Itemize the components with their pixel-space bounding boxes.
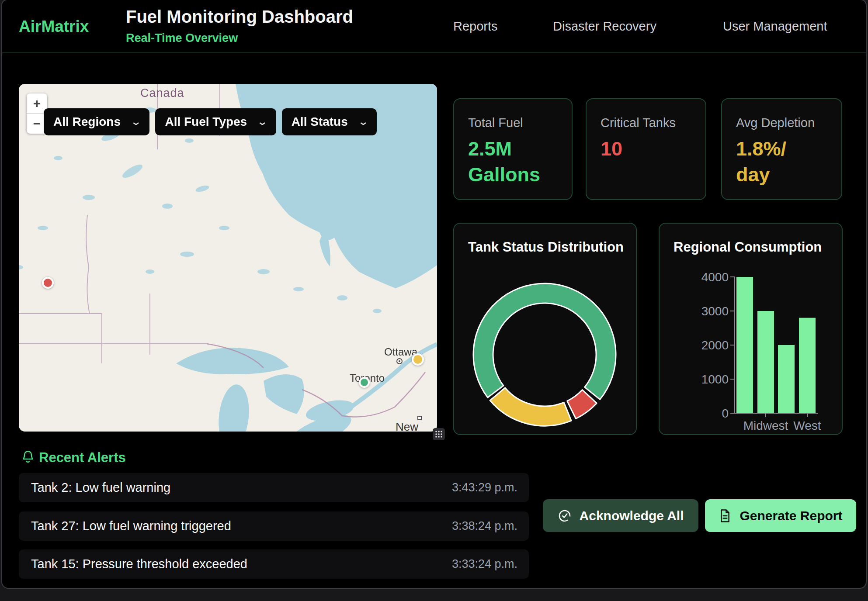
region-filter-select[interactable]: All Regions ⌄ bbox=[44, 108, 149, 135]
tank-marker[interactable] bbox=[359, 377, 370, 388]
drag-handle-icon[interactable] bbox=[433, 428, 445, 440]
bar-chart[interactable]: 01000200030004000MidwestWest bbox=[660, 224, 844, 436]
map-canvas[interactable]: Canada Ottawa Toronto New York + − All R… bbox=[19, 84, 437, 432]
bell-icon bbox=[21, 449, 35, 465]
donut-chart-title: Tank Status Distribution bbox=[468, 239, 624, 255]
dashboard-root: AirMatrix Fuel Monitoring Dashboard Real… bbox=[1, 0, 867, 589]
tank-marker[interactable] bbox=[412, 353, 424, 366]
alert-time: 3:43:29 p.m. bbox=[452, 481, 517, 494]
svg-text:West: West bbox=[793, 419, 821, 432]
stat-label: Critical Tanks bbox=[601, 116, 676, 130]
svg-text:2000: 2000 bbox=[701, 338, 729, 352]
map-label-newyork: New York bbox=[396, 420, 437, 432]
alert-text: Tank 2: Low fuel warning bbox=[31, 480, 170, 495]
fuel-type-filter-select[interactable]: All Fuel Types ⌄ bbox=[155, 108, 276, 135]
svg-text:Midwest: Midwest bbox=[743, 419, 788, 432]
svg-text:0: 0 bbox=[722, 407, 729, 420]
acknowledge-all-label: Acknowledge All bbox=[580, 508, 684, 523]
svg-text:4000: 4000 bbox=[701, 270, 729, 284]
document-icon bbox=[719, 509, 732, 523]
nav-reports[interactable]: Reports bbox=[453, 19, 498, 34]
stat-card-critical-tanks: Critical Tanks 10 bbox=[586, 98, 706, 200]
status-filter-value: All Status bbox=[292, 115, 348, 129]
chevron-down-icon: ⌄ bbox=[130, 116, 142, 128]
alert-time: 3:38:24 p.m. bbox=[452, 519, 517, 533]
stat-value: 1.8%/ day bbox=[736, 136, 786, 188]
region-filter-value: All Regions bbox=[53, 115, 121, 129]
map-filter-bar: All Regions ⌄ All Fuel Types ⌄ All Statu… bbox=[44, 108, 377, 135]
nav-user-management[interactable]: User Management bbox=[723, 19, 827, 34]
stat-label: Total Fuel bbox=[468, 116, 523, 130]
page-subtitle: Real-Time Overview bbox=[126, 31, 238, 45]
generate-report-button[interactable]: Generate Report bbox=[705, 499, 856, 532]
nav-disaster-recovery[interactable]: Disaster Recovery bbox=[553, 19, 656, 34]
alert-text: Tank 27: Low fuel warning triggered bbox=[31, 519, 231, 533]
alert-row[interactable]: Tank 2: Low fuel warning 3:43:29 p.m. bbox=[19, 473, 529, 502]
regional-consumption-card: Regional Consumption 01000200030004000Mi… bbox=[659, 223, 843, 435]
newyork-city-dot bbox=[417, 416, 422, 420]
tank-marker[interactable] bbox=[42, 277, 54, 289]
app-header: AirMatrix Fuel Monitoring Dashboard Real… bbox=[2, 0, 866, 53]
brand-logo[interactable]: AirMatrix bbox=[19, 17, 89, 36]
stat-label: Avg Depletion bbox=[736, 116, 815, 130]
stat-card-avg-depletion: Avg Depletion 1.8%/ day bbox=[721, 98, 842, 200]
fuel-type-filter-value: All Fuel Types bbox=[165, 115, 247, 129]
alert-time: 3:33:24 p.m. bbox=[452, 557, 517, 571]
page-title: Fuel Monitoring Dashboard bbox=[126, 7, 353, 27]
donut-chart[interactable] bbox=[454, 224, 638, 436]
tank-status-card: Tank Status Distribution bbox=[453, 223, 637, 435]
alert-text: Tank 15: Pressure threshold exceeded bbox=[31, 557, 247, 571]
status-filter-select[interactable]: All Status ⌄ bbox=[282, 108, 377, 135]
stat-card-total-fuel: Total Fuel 2.5M Gallons bbox=[453, 98, 573, 200]
svg-text:1000: 1000 bbox=[701, 373, 729, 386]
generate-report-label: Generate Report bbox=[740, 508, 842, 523]
acknowledge-all-button[interactable]: Acknowledge All bbox=[543, 499, 698, 532]
check-circle-icon bbox=[558, 509, 572, 523]
bar-chart-title: Regional Consumption bbox=[674, 239, 822, 255]
alert-row[interactable]: Tank 27: Low fuel warning triggered 3:38… bbox=[19, 511, 529, 541]
svg-text:3000: 3000 bbox=[701, 304, 729, 318]
stat-value: 2.5M Gallons bbox=[468, 136, 540, 188]
ottawa-city-dot bbox=[396, 358, 403, 364]
chevron-down-icon: ⌄ bbox=[257, 116, 268, 128]
alerts-section-title: Recent Alerts bbox=[39, 450, 126, 466]
stat-value: 10 bbox=[601, 136, 622, 162]
alert-row[interactable]: Tank 15: Pressure threshold exceeded 3:3… bbox=[19, 549, 529, 579]
map-label-country: Canada bbox=[140, 86, 184, 100]
chevron-down-icon: ⌄ bbox=[358, 116, 369, 128]
